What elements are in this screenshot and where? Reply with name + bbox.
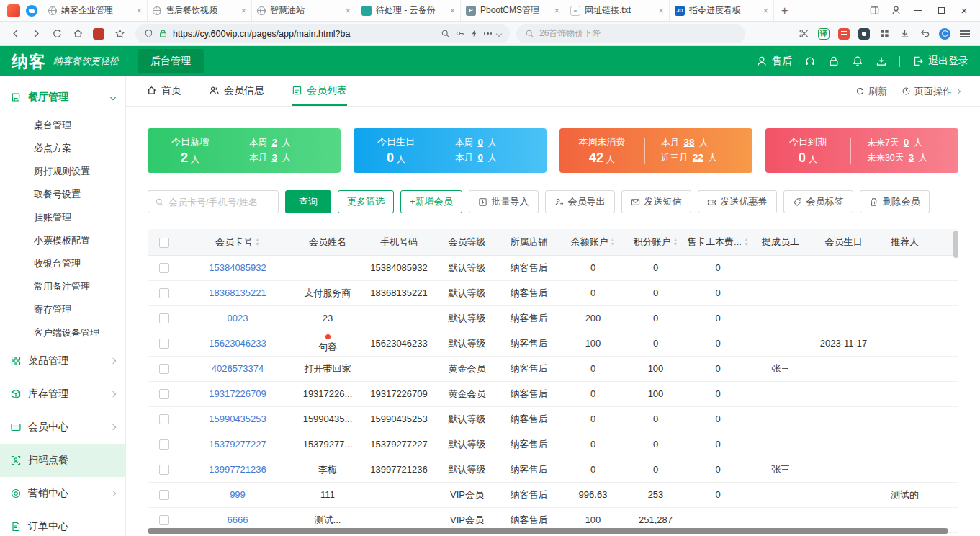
tab-close-icon[interactable]: × <box>136 5 142 16</box>
sidebar-item-4[interactable]: 扫码点餐 <box>0 444 125 477</box>
sort-icon[interactable]: ▲▼ <box>611 238 616 246</box>
download-icon[interactable] <box>895 24 914 43</box>
tab-close-icon[interactable]: × <box>449 5 455 16</box>
row-checkbox[interactable] <box>159 313 169 323</box>
row-checkbox[interactable] <box>159 364 169 374</box>
column-header[interactable]: 所属店铺 <box>496 229 562 255</box>
column-header[interactable]: 积分账户▲▼ <box>624 229 687 255</box>
column-header[interactable]: 手机号码 <box>360 229 438 255</box>
sort-icon[interactable]: ▲▼ <box>673 238 678 246</box>
pinned-tab-icon[interactable] <box>26 5 37 17</box>
sidebar-subitem[interactable]: 寄存管理 <box>0 298 125 321</box>
tab-close-icon[interactable]: × <box>345 5 351 16</box>
browser-logo-icon[interactable] <box>7 4 20 17</box>
current-user[interactable]: 售后 <box>756 55 792 68</box>
sidebar-subitem[interactable]: 小票模板配置 <box>0 229 125 252</box>
member-card-link[interactable]: 6666 <box>228 514 248 525</box>
column-header[interactable]: 会员等级 <box>438 229 496 255</box>
row-checkbox[interactable] <box>159 515 169 525</box>
home-button[interactable] <box>68 24 87 43</box>
browser-tab[interactable]: 售后餐饮视频× <box>148 0 252 21</box>
select-all-checkbox[interactable] <box>159 238 169 248</box>
site-info-icon[interactable] <box>144 29 153 38</box>
refresh-button[interactable]: 刷新 <box>855 85 887 98</box>
batch-import-button[interactable]: 批量导入 <box>469 190 539 213</box>
column-header[interactable]: 余额账户▲▼ <box>562 229 624 255</box>
tab-close-icon[interactable]: × <box>554 5 559 16</box>
url-text[interactable]: https://cy.600vip.cn/pages/app/main.html… <box>173 29 436 39</box>
tab-close-icon[interactable]: × <box>763 5 768 16</box>
translate-icon[interactable]: 译 <box>818 28 830 40</box>
notification-bell-icon[interactable] <box>852 55 863 67</box>
sidebar-item-2[interactable]: 库存管理 <box>0 378 125 411</box>
quick-access-icon[interactable] <box>469 29 479 38</box>
favorites-icon[interactable] <box>110 24 129 43</box>
sidebar-item-0[interactable]: 餐厅管理 <box>0 81 125 114</box>
lock-screen-icon[interactable] <box>828 55 840 67</box>
column-header[interactable]: 提成员工 <box>749 229 812 255</box>
member-card-link[interactable]: 15379277227 <box>209 439 266 450</box>
row-checkbox[interactable] <box>159 288 169 298</box>
member-card-link[interactable]: 15623046233 <box>209 338 266 349</box>
row-checkbox[interactable] <box>159 339 169 349</box>
member-card-link[interactable]: 4026573374 <box>212 363 264 374</box>
back-button[interactable] <box>6 24 24 43</box>
password-key-icon[interactable] <box>455 29 464 38</box>
member-search-input[interactable] <box>168 197 271 207</box>
table-horizontal-scrollbar[interactable] <box>148 528 948 534</box>
browser-tab[interactable]: ≡网址链接.txt× <box>565 0 670 21</box>
member-search-box[interactable] <box>148 190 279 213</box>
column-header[interactable]: 会员卡号▲▼ <box>180 229 295 255</box>
member-card-link[interactable]: 18368135221 <box>209 287 266 298</box>
profile-icon[interactable] <box>885 1 907 20</box>
sidebar-subitem[interactable]: 桌台管理 <box>0 114 125 137</box>
sort-icon[interactable]: ▲▼ <box>744 238 749 246</box>
dark-extension-icon[interactable] <box>858 28 870 40</box>
workspace-icon[interactable] <box>863 1 885 20</box>
page-tab-2[interactable]: 会员列表 <box>292 76 347 106</box>
sidebar-subitem[interactable]: 收银台管理 <box>0 252 125 275</box>
reload-button[interactable] <box>48 24 66 43</box>
sidebar-item-6[interactable]: 订单中心 <box>0 510 125 536</box>
row-checkbox[interactable] <box>159 263 169 273</box>
row-checkbox[interactable] <box>159 490 169 500</box>
sidebar-subitem[interactable]: 挂账管理 <box>0 206 125 229</box>
admin-nav-button[interactable]: 后台管理 <box>138 49 204 73</box>
sidebar-subitem[interactable]: 必点方案 <box>0 137 125 160</box>
dropdown-icon[interactable] <box>496 30 502 36</box>
member-card-link[interactable]: 15384085932 <box>209 262 266 273</box>
logout-button[interactable]: 退出登录 <box>912 55 968 68</box>
screenshot-icon[interactable] <box>794 24 813 43</box>
send-coupon-button[interactable]: 发送优惠券 <box>698 190 777 213</box>
member-card-link[interactable]: 13997721236 <box>209 464 266 475</box>
row-checkbox[interactable] <box>159 439 169 450</box>
minimize-button[interactable] <box>907 0 930 22</box>
tab-close-icon[interactable]: × <box>240 5 246 16</box>
more-filter-button[interactable]: 更多筛选 <box>338 190 394 213</box>
column-header[interactable]: 推荐人 <box>875 229 935 255</box>
browser-tab[interactable]: JD指令进度看板× <box>670 0 774 21</box>
network-icon[interactable] <box>939 28 950 40</box>
delete-member-button[interactable]: 删除会员 <box>860 190 930 213</box>
add-member-button[interactable]: +新增会员 <box>400 190 462 213</box>
member-card-link[interactable]: 19317226709 <box>209 388 266 399</box>
forward-button[interactable] <box>27 24 45 43</box>
browser-tab[interactable]: PPbootCMS管理× <box>461 0 565 21</box>
support-headset-icon[interactable] <box>804 55 816 67</box>
member-tag-button[interactable]: 会员标签 <box>783 190 853 213</box>
table-vertical-scrollbar[interactable] <box>953 231 958 258</box>
new-tab-button[interactable]: + <box>774 4 795 17</box>
member-card-link[interactable]: 15990435253 <box>209 414 266 424</box>
browser-tab[interactable]: 纳客企业管理× <box>43 0 148 21</box>
tab-close-icon[interactable]: × <box>658 5 664 16</box>
member-export-button[interactable]: 会员导出 <box>545 190 615 213</box>
sidebar-subitem[interactable]: 客户端设备管理 <box>0 321 125 344</box>
sidebar-item-5[interactable]: 营销中心 <box>0 477 125 510</box>
row-checkbox[interactable] <box>159 389 169 399</box>
page-tab-0[interactable]: 首页 <box>146 76 181 106</box>
maximize-button[interactable] <box>930 0 953 22</box>
sort-icon[interactable]: ▲▼ <box>255 238 260 246</box>
apps-grid-icon[interactable] <box>875 24 894 43</box>
member-card-link[interactable]: 0023 <box>228 313 248 323</box>
hot-list-extension-icon[interactable] <box>838 28 850 40</box>
